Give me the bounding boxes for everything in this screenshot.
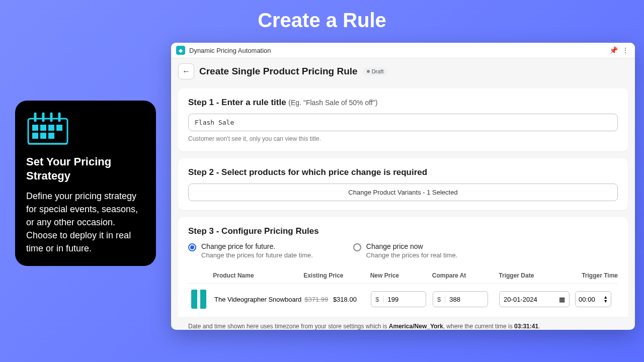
new-price-field[interactable] [384, 296, 426, 303]
option-future-title: Change price for future. [201, 242, 313, 250]
step3-label: Step 3 - Configure Pricing Rules [188, 226, 618, 236]
more-icon[interactable]: ⋮ [621, 46, 630, 54]
app-name: Dynamic Pricing Automation [189, 47, 271, 54]
compare-at-input[interactable]: $ [433, 291, 488, 307]
trigger-date-value: 20-01-2024 [504, 296, 537, 303]
radio-icon [188, 243, 196, 251]
step2-label: Step 2 - Select products for which price… [188, 167, 618, 177]
product-name: The Videographer Snowboard [214, 296, 304, 303]
col-compare: Compare At [432, 272, 499, 279]
trigger-time-value: 00:00 [579, 296, 595, 303]
promo-description: Define your pricing strategy for special… [26, 190, 145, 255]
step1-card: Step 1 - Enter a rule title (Eg. "Flash … [178, 88, 628, 151]
option-now-sub: Change the prices for real time. [366, 251, 457, 259]
col-trigtime: Trigger Time [575, 272, 618, 279]
calendar-picker-icon: ▦ [559, 296, 565, 303]
page-title: Create a Rule [0, 0, 644, 37]
step1-label: Step 1 - Enter a rule title (Eg. "Flash … [188, 98, 618, 108]
pricing-mode-options: Change price for future. Change the pric… [188, 242, 618, 259]
table-row: The Videographer Snowboard $371.99 $318.… [188, 284, 618, 312]
col-product: Product Name [213, 272, 303, 279]
tz-prefix: Date and time shown here uses timezone f… [188, 323, 389, 330]
old-price: $371.99 [304, 296, 328, 303]
rule-title: Create Single Product Pricing Rule [199, 66, 358, 77]
option-future[interactable]: Change price for future. Change the pric… [188, 242, 313, 259]
price-table-header: Product Name Existing Price New Price Co… [188, 268, 618, 284]
svg-rect-9 [56, 125, 62, 131]
currency-prefix: $ [371, 296, 383, 303]
current-price: $318.00 [333, 296, 357, 303]
radio-icon [353, 243, 361, 251]
existing-price: $371.99 $318.00 [304, 296, 371, 303]
tz-zone: America/New_York [389, 323, 443, 330]
step3-card: Step 3 - Configure Pricing Rules Change … [178, 217, 628, 317]
option-now[interactable]: Change price now Change the prices for r… [353, 242, 457, 259]
app-window: ◆ Dynamic Pricing Automation 📌 ⋮ ← Creat… [171, 43, 635, 330]
col-existing: Existing Price [303, 272, 370, 279]
promo-card: Set Your Pricing Strategy Define your pr… [15, 101, 156, 266]
svg-rect-10 [32, 133, 38, 139]
step1-hint: (Eg. "Flash Sale of 50% off") [288, 99, 377, 107]
trigger-time-input[interactable]: 00:00 ▲▼ [575, 291, 611, 307]
col-new: New Price [370, 272, 432, 279]
timezone-note: Date and time shown here uses timezone f… [171, 317, 635, 330]
tz-suffix: . [538, 323, 540, 330]
currency-prefix: $ [433, 296, 445, 303]
col-trigdate: Trigger Date [499, 272, 575, 279]
product-thumbnail [191, 290, 206, 309]
svg-rect-0 [28, 119, 67, 144]
tz-mid: , where the current time is [443, 323, 514, 330]
rule-title-input[interactable] [188, 114, 618, 131]
svg-rect-7 [40, 125, 46, 131]
svg-rect-12 [48, 133, 54, 139]
calendar-icon [26, 112, 145, 148]
promo-heading: Set Your Pricing Strategy [26, 155, 145, 183]
svg-rect-6 [32, 125, 38, 131]
stepper-icon: ▲▼ [603, 295, 608, 303]
status-badge: Draft [363, 67, 388, 75]
page-header: ← Create Single Product Pricing Rule Dra… [171, 58, 635, 81]
step1-helper: Customer won't see it, only you can view… [188, 135, 618, 142]
trigger-date-input[interactable]: 20-01-2024 ▦ [499, 291, 570, 307]
compare-at-field[interactable] [445, 296, 488, 303]
svg-rect-11 [40, 133, 46, 139]
app-icon: ◆ [176, 46, 185, 55]
new-price-input[interactable]: $ [371, 291, 426, 307]
change-variants-button[interactable]: Change Product Variants - 1 Selected [188, 184, 618, 201]
step1-title: Step 1 - Enter a rule title [188, 98, 286, 107]
step2-card: Step 2 - Select products for which price… [178, 158, 628, 210]
option-future-sub: Change the prices for future date time. [201, 251, 313, 259]
svg-rect-8 [48, 125, 54, 131]
tz-time: 03:31:41 [514, 323, 538, 330]
back-button[interactable]: ← [178, 63, 194, 79]
titlebar: ◆ Dynamic Pricing Automation 📌 ⋮ [171, 43, 635, 58]
pin-icon[interactable]: 📌 [609, 46, 618, 54]
option-now-title: Change price now [366, 242, 457, 250]
